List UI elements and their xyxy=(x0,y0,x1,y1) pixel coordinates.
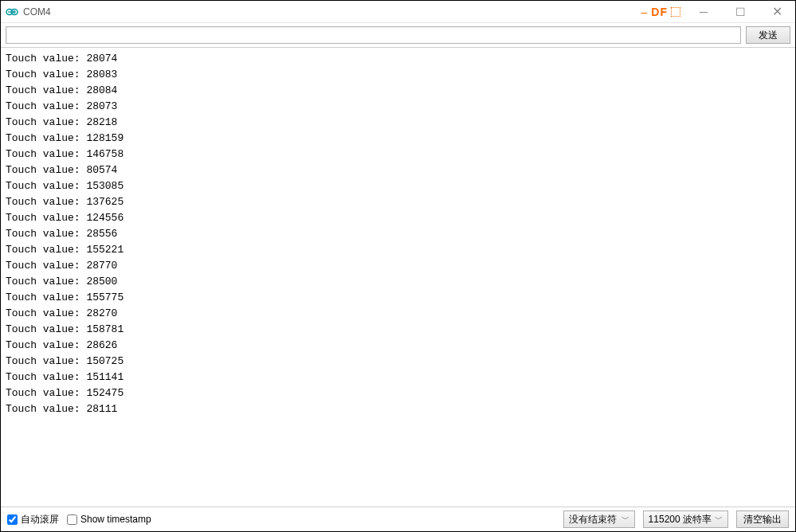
clear-output-button[interactable]: 清空输出 xyxy=(736,510,789,528)
titlebar: COM4 – DF ─ ☐ ✕ xyxy=(1,1,795,23)
serial-monitor-window: COM4 – DF ─ ☐ ✕ 发送 Touch value: 28074 To… xyxy=(0,0,796,532)
baud-rate-selected: 115200 波特率 xyxy=(649,513,712,526)
minimize-button[interactable]: ─ xyxy=(685,1,722,22)
bottombar: 自动滚屏 Show timestamp 没有结束符 ﹀ 115200 波特率 ﹀… xyxy=(1,507,795,531)
chevron-down-icon: ﹀ xyxy=(622,514,629,525)
watermark-dash: – xyxy=(641,6,649,18)
line-ending-selected: 没有结束符 xyxy=(569,513,617,526)
send-row: 发送 xyxy=(1,23,795,47)
window-title: COM4 xyxy=(23,6,51,18)
chevron-down-icon: ﹀ xyxy=(715,514,723,525)
close-button[interactable]: ✕ xyxy=(759,1,795,22)
autoscroll-label: 自动滚屏 xyxy=(21,513,59,526)
autoscroll-checkbox[interactable] xyxy=(7,514,18,525)
timestamp-checkbox[interactable] xyxy=(67,514,77,525)
send-input[interactable] xyxy=(6,26,741,44)
line-ending-select[interactable]: 没有结束符 ﹀ xyxy=(563,510,635,528)
serial-output[interactable]: Touch value: 28074 Touch value: 28083 To… xyxy=(1,47,795,507)
maximize-button[interactable]: ☐ xyxy=(722,1,759,22)
watermark-text: DF xyxy=(651,6,668,18)
send-button[interactable]: 发送 xyxy=(746,26,790,44)
watermark: – DF xyxy=(641,6,680,18)
arduino-icon xyxy=(6,6,18,18)
timestamp-checkbox-wrapper[interactable]: Show timestamp xyxy=(67,514,151,525)
baud-rate-select[interactable]: 115200 波特率 ﹀ xyxy=(643,510,728,528)
autoscroll-checkbox-wrapper[interactable]: 自动滚屏 xyxy=(7,513,59,526)
watermark-box-icon xyxy=(671,7,680,17)
window-controls: ─ ☐ ✕ xyxy=(685,1,795,22)
timestamp-label: Show timestamp xyxy=(80,514,151,525)
